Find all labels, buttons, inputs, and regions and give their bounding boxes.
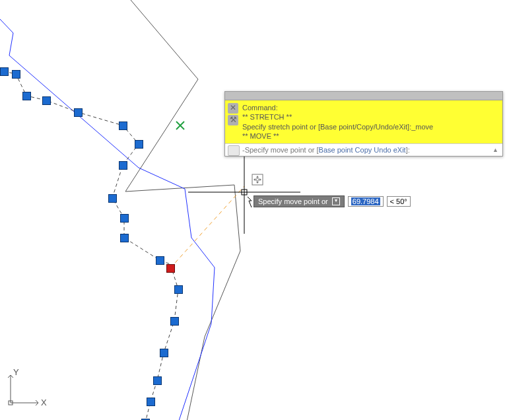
grip[interactable] <box>153 376 162 385</box>
command-history-line-1: Command: <box>242 103 498 112</box>
dynamic-prompt: Specify move point or ▾ <box>254 195 345 207</box>
drawing-canvas[interactable] <box>0 0 507 420</box>
grip[interactable] <box>42 96 51 105</box>
ucs-y-label: Y <box>13 367 19 377</box>
grip[interactable] <box>74 108 83 117</box>
command-panel[interactable]: ✕ ⚒ Command: ** STRETCH ** Specify stret… <box>224 91 503 157</box>
grip[interactable] <box>135 140 143 149</box>
dynamic-prompt-text: Specify move point or <box>258 197 328 205</box>
dynamic-options-arrow-icon[interactable]: ▾ <box>332 197 340 205</box>
grip[interactable] <box>174 285 183 294</box>
drawing-svg <box>0 0 507 420</box>
command-line-prefix: -Specify move point or [ <box>242 146 319 154</box>
command-history: ✕ ⚒ Command: ** STRETCH ** Specify stret… <box>225 100 502 143</box>
command-line-icon <box>228 145 240 156</box>
grip[interactable] <box>147 398 155 406</box>
command-panel-settings-icon[interactable]: ⚒ <box>228 115 238 125</box>
command-history-line-2: ** STRETCH ** <box>242 112 498 122</box>
grip[interactable] <box>170 317 179 326</box>
dynamic-angle-input[interactable]: < 50° <box>387 196 411 207</box>
command-line[interactable]: -Specify move point or [Base point Copy … <box>225 143 502 156</box>
grip[interactable] <box>119 161 127 170</box>
command-option-undo[interactable]: Undo <box>374 146 391 154</box>
grip[interactable] <box>108 194 117 203</box>
dynamic-input: Specify move point or ▾ 69.7984 < 50° <box>254 195 411 207</box>
ucs-x-label: X <box>41 398 47 407</box>
command-option-copy[interactable]: Copy <box>355 146 372 154</box>
command-option-base[interactable]: Base point <box>319 146 353 154</box>
grip[interactable] <box>12 70 20 79</box>
command-option-exit[interactable]: eXit <box>393 146 406 154</box>
command-line-suffix: ]: <box>406 146 410 154</box>
grip[interactable] <box>160 349 168 357</box>
command-line-expand-icon[interactable]: ▲ <box>492 147 498 153</box>
command-panel-drag-handle[interactable] <box>225 92 502 100</box>
grip[interactable] <box>156 256 164 265</box>
ucs-icon: X Y <box>7 367 46 407</box>
grip[interactable] <box>0 67 9 76</box>
polyline-blue <box>0 5 215 420</box>
grip[interactable] <box>120 214 129 223</box>
command-history-line-4: ** MOVE ** <box>242 131 498 141</box>
close-command-panel-icon[interactable]: ✕ <box>228 103 238 114</box>
grip[interactable] <box>119 122 127 130</box>
grip[interactable] <box>22 92 31 100</box>
command-history-line-3: Specify stretch point or [Base point/Cop… <box>242 122 498 131</box>
dynamic-distance-value: 69.7984 <box>351 197 380 205</box>
rubber-band <box>170 186 244 268</box>
grip-hot[interactable] <box>166 264 175 273</box>
snap-marker <box>176 122 184 129</box>
grip[interactable] <box>120 234 129 242</box>
dynamic-distance-input[interactable]: 69.7984 <box>348 196 384 207</box>
polyline-gray <box>0 0 240 420</box>
